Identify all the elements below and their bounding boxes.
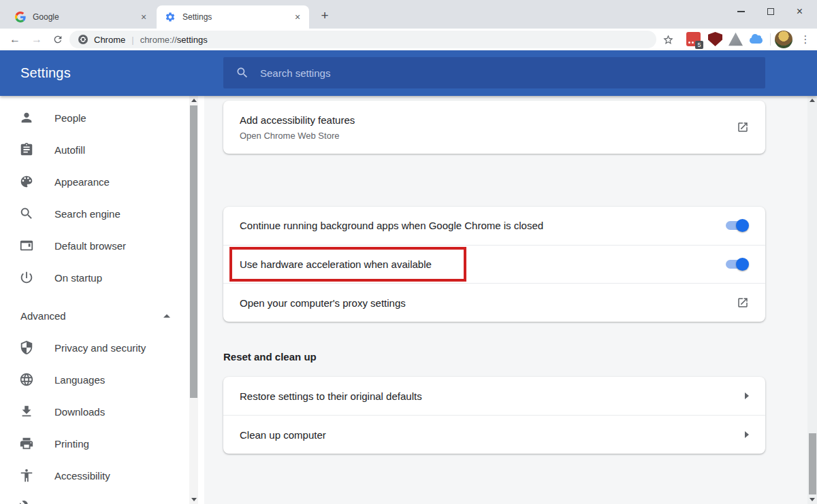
sidebar-item-search-engine[interactable]: Search engine [0, 198, 189, 230]
printer-icon [19, 436, 35, 452]
reload-button[interactable] [49, 31, 67, 48]
url-separator: | [131, 35, 133, 45]
tab-google[interactable]: Google × [7, 5, 155, 29]
browser-icon [19, 238, 35, 254]
page-title: Settings [20, 50, 71, 96]
settings-search-box[interactable] [223, 57, 765, 88]
shield-icon [19, 340, 35, 356]
browser-window: Google × Settings × + × ← → Chrome | chr… [0, 0, 817, 504]
chrome-page-icon [78, 35, 88, 44]
profile-avatar[interactable] [775, 31, 792, 48]
sidebar-item-downloads[interactable]: Downloads [0, 396, 189, 428]
address-bar[interactable]: Chrome | chrome:// settings [69, 31, 656, 48]
globe-icon [19, 372, 35, 388]
browser-menu-button[interactable]: ⋮ [797, 31, 814, 48]
sidebar-item-label: Search engine [54, 208, 121, 220]
sidebar-item-system[interactable]: System [0, 492, 189, 504]
sidebar-item-accessibility[interactable]: Accessibility [0, 460, 189, 492]
sidebar-scrollbar[interactable] [189, 96, 198, 504]
advanced-label: Advanced [20, 310, 66, 322]
tab-close-icon[interactable]: × [138, 11, 150, 23]
minimize-icon [737, 11, 745, 12]
scrollbar-up-arrow[interactable] [189, 96, 198, 105]
tab-title: Settings [182, 12, 291, 22]
maximize-icon [767, 8, 774, 15]
settings-sidebar: People Autofill Appearance Search engine… [0, 96, 204, 504]
url-app-label: Chrome [94, 35, 125, 45]
scrollbar-up-arrow[interactable] [807, 96, 817, 105]
tab-title: Google [33, 12, 138, 22]
open-in-new-icon[interactable] [737, 297, 749, 309]
sidebar-advanced-toggle[interactable]: Advanced [0, 300, 189, 332]
sidebar-item-label: Privacy and security [54, 342, 146, 354]
reset-card: Restore settings to their original defau… [223, 377, 765, 454]
extension-cloud-button[interactable] [749, 32, 763, 46]
chevron-up-icon [163, 314, 170, 318]
scrollbar-down-arrow[interactable] [807, 495, 817, 504]
extension-badge: 5 [695, 41, 703, 49]
sidebar-item-autofill[interactable]: Autofill [0, 134, 189, 166]
extension-adblock-button[interactable]: 5 [686, 32, 701, 46]
row-title: Add accessibility features [240, 114, 737, 126]
wrench-icon [19, 500, 35, 504]
extension-drive-button[interactable] [728, 32, 743, 46]
sidebar-item-printing[interactable]: Printing [0, 428, 189, 460]
background-apps-row[interactable]: Continue running background apps when Go… [223, 207, 765, 245]
settings-gear-favicon-icon [165, 12, 176, 22]
cloud-icon [750, 37, 763, 44]
background-apps-toggle[interactable] [726, 221, 748, 230]
page-body: People Autofill Appearance Search engine… [0, 96, 817, 504]
triangle-up-icon [810, 99, 815, 102]
sidebar-item-label: Accessibility [54, 470, 110, 482]
hardware-acceleration-row[interactable]: Use hardware acceleration when available [223, 245, 765, 284]
sidebar-item-label: Printing [54, 438, 89, 450]
sidebar-item-on-startup[interactable]: On startup [0, 262, 189, 294]
open-in-new-icon[interactable] [737, 121, 749, 133]
maximize-button[interactable] [756, 3, 785, 20]
row-label: Continue running background apps when Go… [240, 220, 726, 231]
settings-search-input[interactable] [260, 67, 765, 79]
person-icon [19, 110, 35, 127]
toggle-knob [736, 258, 749, 271]
scrollbar-thumb[interactable] [809, 433, 816, 494]
star-icon [662, 34, 674, 46]
page-scrollbar[interactable] [807, 96, 817, 504]
row-label: Open your computer's proxy settings [240, 297, 737, 309]
sidebar-item-label: Appearance [54, 176, 110, 188]
back-button[interactable]: ← [6, 31, 24, 48]
bookmark-button[interactable] [659, 31, 677, 48]
hardware-acceleration-toggle[interactable] [726, 260, 748, 269]
sidebar-nav: People Autofill Appearance Search engine… [0, 102, 189, 504]
sidebar-item-appearance[interactable]: Appearance [0, 166, 189, 198]
section-heading-reset: Reset and clean up [223, 351, 317, 363]
sidebar-item-people[interactable]: People [0, 102, 189, 134]
autofill-icon [19, 142, 35, 158]
sidebar-section-gap [0, 294, 189, 300]
new-tab-button[interactable]: + [316, 7, 334, 24]
chevron-right-icon [745, 431, 749, 438]
sidebar-item-label: On startup [54, 272, 102, 284]
sidebar-item-languages[interactable]: Languages [0, 364, 189, 396]
triangle-down-icon [810, 498, 815, 501]
system-card: Continue running background apps when Go… [223, 207, 765, 322]
minimize-button[interactable] [726, 3, 756, 20]
scrollbar-down-arrow[interactable] [189, 495, 198, 504]
restore-defaults-row[interactable]: Restore settings to their original defau… [223, 377, 765, 415]
proxy-settings-row[interactable]: Open your computer's proxy settings [223, 283, 765, 322]
tab-settings[interactable]: Settings × [157, 5, 309, 29]
scrollbar-thumb[interactable] [190, 105, 197, 398]
search-icon [19, 206, 35, 222]
extension-ublock-button[interactable] [708, 32, 722, 46]
forward-button[interactable]: → [28, 31, 46, 48]
sidebar-item-privacy[interactable]: Privacy and security [0, 332, 189, 364]
sidebar-item-label: Downloads [54, 406, 105, 418]
clean-up-computer-row[interactable]: Clean up computer [223, 415, 765, 454]
settings-content: Add accessibility features Open Chrome W… [204, 96, 807, 504]
url-scheme: chrome:// [140, 35, 177, 45]
close-button[interactable]: × [785, 3, 814, 20]
add-accessibility-row[interactable]: Add accessibility features Open Chrome W… [223, 101, 765, 154]
tab-close-icon[interactable]: × [291, 11, 304, 23]
browser-toolbar: ← → Chrome | chrome:// settings 5 ⋮ [0, 29, 817, 50]
sidebar-item-default-browser[interactable]: Default browser [0, 230, 189, 262]
settings-header: Settings [0, 50, 817, 96]
